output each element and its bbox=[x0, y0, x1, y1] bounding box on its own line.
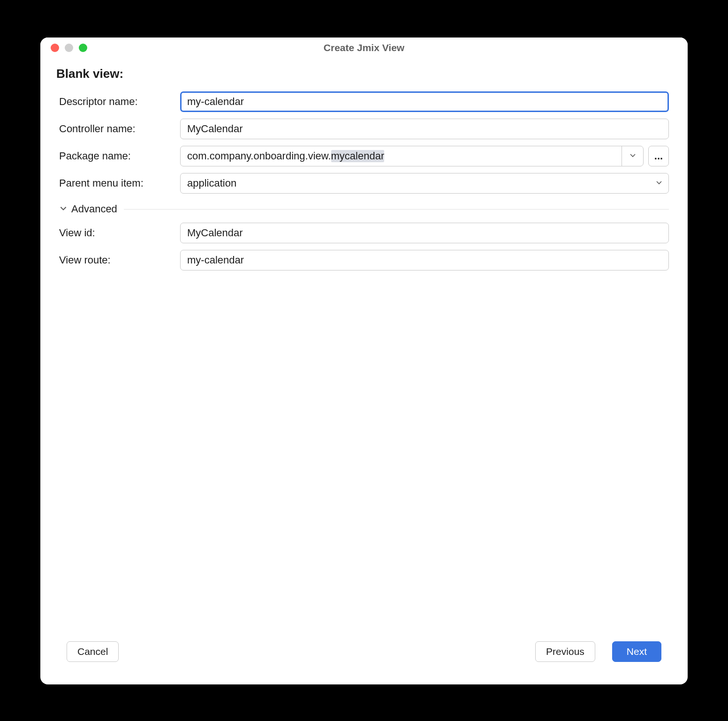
row-package-name: Package name: com.company.onboarding.vie… bbox=[59, 146, 669, 166]
cancel-button-label: Cancel bbox=[77, 646, 108, 657]
previous-button[interactable]: Previous bbox=[535, 641, 595, 662]
package-name-group: com.company.onboarding.view.mycalendar .… bbox=[180, 146, 669, 166]
row-view-route: View route: my-calendar bbox=[59, 250, 669, 270]
descriptor-name-input[interactable]: my-calendar bbox=[180, 91, 669, 112]
controller-name-value: MyCalendar bbox=[187, 123, 243, 135]
package-name-value: com.company.onboarding.view.mycalendar bbox=[181, 146, 622, 166]
advanced-label: Advanced bbox=[71, 203, 117, 215]
parent-menu-item-select[interactable]: application bbox=[180, 173, 669, 194]
next-button-label: Next bbox=[627, 646, 647, 657]
label-view-route: View route: bbox=[59, 254, 175, 266]
dialog-window: Create Jmix View Blank view: Descriptor … bbox=[40, 38, 688, 684]
controller-name-input[interactable]: MyCalendar bbox=[180, 119, 669, 139]
package-name-combobox[interactable]: com.company.onboarding.view.mycalendar bbox=[180, 146, 644, 166]
previous-button-label: Previous bbox=[546, 646, 584, 657]
title-bar: Create Jmix View bbox=[40, 38, 688, 58]
row-view-id: View id: MyCalendar bbox=[59, 223, 669, 243]
parent-menu-item-value: application bbox=[181, 177, 650, 189]
advanced-toggle[interactable]: Advanced bbox=[59, 203, 117, 215]
label-descriptor-name: Descriptor name: bbox=[59, 96, 175, 108]
page-title: Blank view: bbox=[56, 67, 669, 81]
chevron-down-icon bbox=[655, 179, 663, 188]
view-route-input[interactable]: my-calendar bbox=[180, 250, 669, 270]
row-descriptor-name: Descriptor name: my-calendar bbox=[59, 91, 669, 112]
window-title: Create Jmix View bbox=[40, 42, 688, 53]
label-view-id: View id: bbox=[59, 227, 175, 239]
descriptor-name-value: my-calendar bbox=[187, 96, 244, 108]
view-id-input[interactable]: MyCalendar bbox=[180, 223, 669, 243]
ellipsis-icon: ... bbox=[654, 150, 663, 162]
package-browse-button[interactable]: ... bbox=[648, 146, 669, 166]
dialog-content: Blank view: Descriptor name: my-calendar… bbox=[40, 58, 688, 638]
divider bbox=[124, 209, 669, 210]
advanced-section-header: Advanced bbox=[59, 203, 669, 215]
package-name-dropdown-button[interactable] bbox=[622, 146, 643, 166]
cancel-button[interactable]: Cancel bbox=[67, 641, 119, 662]
row-controller-name: Controller name: MyCalendar bbox=[59, 119, 669, 139]
label-parent-menu-item: Parent menu item: bbox=[59, 177, 175, 189]
chevron-down-icon bbox=[59, 204, 68, 214]
chevron-down-icon bbox=[629, 151, 637, 161]
label-package-name: Package name: bbox=[59, 150, 175, 162]
parent-menu-chevron bbox=[650, 179, 668, 188]
dialog-footer: Cancel Previous Next bbox=[40, 638, 688, 684]
package-highlighted-segment: mycalendar bbox=[331, 150, 385, 162]
label-controller-name: Controller name: bbox=[59, 123, 175, 135]
row-parent-menu-item: Parent menu item: application bbox=[59, 173, 669, 194]
package-prefix: com.company.onboarding.view. bbox=[187, 150, 331, 162]
next-button[interactable]: Next bbox=[612, 641, 661, 662]
view-route-value: my-calendar bbox=[187, 254, 244, 266]
view-id-value: MyCalendar bbox=[187, 227, 243, 239]
